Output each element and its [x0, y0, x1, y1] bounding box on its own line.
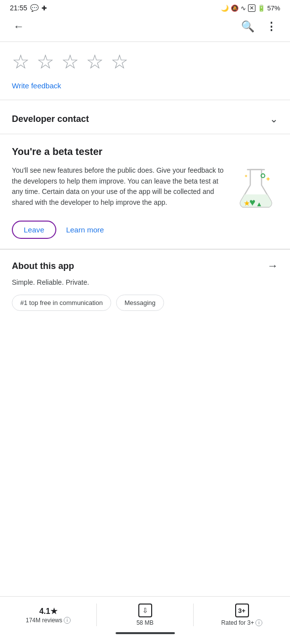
star-4[interactable]: ☆	[86, 52, 104, 72]
home-indicator	[0, 628, 290, 636]
beta-tester-title: You're a beta tester	[12, 146, 278, 157]
about-section: About this app → Simple. Reliable. Priva…	[0, 249, 290, 319]
bottom-bar-inner: 4.1★ 174M reviews i ⇩ 58 MB 3+ Rated f	[0, 602, 290, 628]
status-bar: 21:55 💬 ✚ 🌙 🔕 ∿ ✕ 🔋 57%	[0, 0, 290, 14]
svg-text:+: +	[245, 173, 248, 179]
rating-info-icon[interactable]: i	[64, 617, 71, 624]
bottom-age-rating[interactable]: 3+ Rated for 3+ i	[194, 602, 290, 628]
more-button[interactable]: ⋮	[260, 16, 282, 38]
wifi-icon: ∿	[241, 4, 246, 12]
svg-text:♥: ♥	[249, 196, 255, 208]
tag-messaging[interactable]: Messaging	[116, 295, 164, 311]
developer-contact-section[interactable]: Developer contact ⌄	[0, 104, 290, 134]
beta-content: You'll see new features before the publi…	[12, 165, 278, 212]
time-display: 21:55	[10, 4, 27, 12]
about-title: About this app	[12, 261, 74, 271]
flask-icon: ♥ ★ ▲ + +	[236, 167, 276, 212]
about-description: Simple. Reliable. Private.	[12, 277, 278, 288]
age-rating-label: Rated for 3+ i	[221, 619, 262, 626]
search-icon: 🔍	[241, 20, 254, 33]
learn-more-button[interactable]: Learn more	[66, 226, 104, 234]
bottom-size: ⇩ 58 MB	[97, 602, 193, 628]
svg-text:★: ★	[244, 199, 250, 207]
tags-row: #1 top free in communication Messaging	[12, 295, 278, 313]
search-button[interactable]: 🔍	[237, 16, 258, 38]
status-icons: 🌙 🔕 ∿ ✕ 🔋 57%	[221, 4, 280, 12]
beta-illustration: ♥ ★ ▲ + +	[234, 165, 278, 212]
star-3[interactable]: ☆	[61, 52, 79, 72]
battery-icon: 🔋	[257, 4, 265, 12]
size-label: 58 MB	[136, 619, 154, 626]
back-button[interactable]: ←	[8, 16, 30, 38]
chevron-down-icon: ⌄	[270, 113, 278, 125]
back-icon: ←	[13, 20, 24, 33]
star-5[interactable]: ☆	[111, 52, 128, 72]
rating-label: 174M reviews i	[26, 617, 71, 624]
beta-tester-section: You're a beta tester You'll see new feat…	[0, 134, 290, 249]
more-icon: ⋮	[266, 20, 277, 33]
developer-contact-title: Developer contact	[12, 114, 89, 124]
svg-text:▲: ▲	[256, 200, 262, 208]
sim-icon: ✕	[248, 4, 255, 12]
star-1[interactable]: ☆	[12, 52, 30, 72]
battery-percent: 57%	[267, 4, 280, 12]
moon-icon: 🌙	[221, 4, 229, 12]
beta-description: You'll see new features before the publi…	[12, 165, 226, 208]
rating-section: ☆ ☆ ☆ ☆ ☆ Write feedback	[0, 42, 290, 96]
status-time: 21:55 💬 ✚	[10, 4, 47, 12]
top-navigation: ← 🔍 ⋮	[0, 14, 290, 42]
leave-button[interactable]: Leave	[12, 221, 56, 239]
nav-actions: 🔍 ⋮	[237, 16, 282, 38]
home-bar	[116, 632, 175, 634]
mute-icon: 🔕	[231, 4, 239, 12]
divider-1	[0, 100, 290, 100]
bottom-rating[interactable]: 4.1★ 174M reviews i	[0, 602, 96, 628]
svg-text:+: +	[266, 175, 270, 183]
age-info-icon[interactable]: i	[255, 619, 262, 626]
stars-row: ☆ ☆ ☆ ☆ ☆	[12, 52, 128, 72]
bottom-bar: 4.1★ 174M reviews i ⇩ 58 MB 3+ Rated f	[0, 596, 290, 644]
arrow-right-icon: →	[267, 260, 278, 272]
beta-actions: Leave Learn more	[12, 221, 278, 239]
about-header[interactable]: About this app →	[12, 260, 278, 272]
age-rating-icon: 3+	[235, 604, 249, 617]
write-feedback-link[interactable]: Write feedback	[12, 79, 61, 92]
star-2[interactable]: ☆	[37, 52, 54, 72]
tag-top-free[interactable]: #1 top free in communication	[12, 295, 111, 311]
rating-value: 4.1★	[39, 606, 57, 616]
main-content: ☆ ☆ ☆ ☆ ☆ Write feedback Developer conta…	[0, 42, 290, 319]
download-icon: ⇩	[138, 604, 152, 617]
whatsapp-icon: 💬	[30, 4, 39, 12]
data-icon: ✚	[41, 4, 47, 12]
